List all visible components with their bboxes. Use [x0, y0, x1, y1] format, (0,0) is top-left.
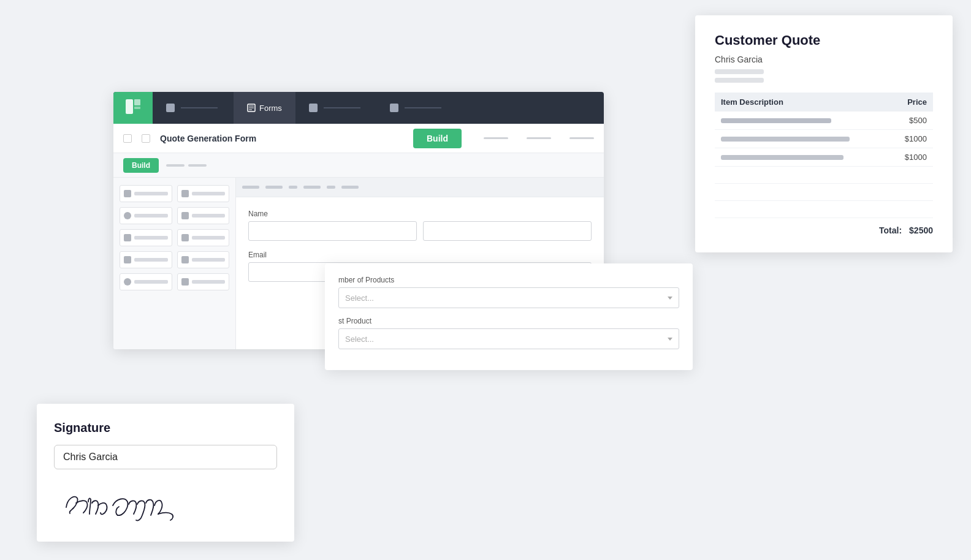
quote-row-2-desc — [715, 130, 890, 148]
pill-dot-2 — [188, 164, 207, 167]
quote-row-6-desc — [715, 201, 890, 218]
field-item-5[interactable] — [120, 229, 172, 246]
quote-row-1: $500 — [715, 112, 933, 130]
quote-customer-name: Chris Garcia — [715, 55, 933, 64]
num-products-select-arrow — [668, 297, 672, 300]
quote-row-4-desc — [715, 167, 890, 184]
quote-row-3: $1000 — [715, 148, 933, 167]
field-row-4 — [120, 251, 229, 268]
build-button-sm[interactable]: Build — [123, 158, 159, 173]
field-icon-5 — [124, 234, 131, 241]
field-item-10[interactable] — [177, 273, 230, 290]
quote-row-5 — [715, 184, 933, 201]
num-products-select-value: Select... — [345, 293, 374, 303]
svg-rect-0 — [126, 99, 133, 114]
field-icon-4 — [181, 212, 189, 219]
field-row-1 — [120, 185, 229, 202]
quote-row-3-desc — [715, 148, 890, 167]
tab-dot-2 — [265, 186, 283, 189]
step4-icon — [390, 104, 398, 112]
toolbar-dot-3 — [569, 137, 594, 139]
toolbar-dot-2 — [527, 137, 551, 139]
field-icon-7 — [124, 256, 131, 263]
first-product-select-value: Select... — [345, 335, 374, 344]
field-bar-8 — [192, 258, 226, 262]
nav-logo[interactable] — [113, 92, 153, 124]
nav-item-step3[interactable] — [295, 92, 376, 124]
first-product-select[interactable]: Select... — [338, 328, 679, 349]
form-title: Quote Generation Form — [160, 134, 403, 143]
signature-panel: Signature — [37, 404, 294, 542]
signature-canvas — [54, 480, 277, 529]
num-products-select[interactable]: Select... — [338, 287, 679, 308]
form-overlay-panel: mber of Products Select... st Product Se… — [325, 263, 693, 370]
toolbar-dot-1 — [484, 137, 508, 139]
signature-name-input[interactable] — [54, 445, 277, 469]
quote-row-5-desc — [715, 184, 890, 201]
tab-dot-3 — [289, 186, 297, 189]
nav-item-step1[interactable] — [153, 92, 234, 124]
quote-row-3-price: $1000 — [890, 148, 933, 167]
col-price-header: Price — [890, 93, 933, 112]
field-item-6[interactable] — [177, 229, 230, 246]
name-last-input[interactable] — [423, 221, 592, 241]
quote-total-value: $2500 — [909, 225, 933, 235]
num-products-label: mber of Products — [338, 276, 679, 284]
quote-table-header: Item Description Price — [715, 93, 933, 112]
field-icon-1 — [124, 190, 131, 197]
quote-placeholder-bars — [715, 69, 933, 83]
num-products-section: mber of Products Select... — [338, 276, 679, 308]
field-icon-2 — [181, 190, 189, 197]
placeholder-bar-2 — [715, 78, 764, 83]
name-first-input[interactable] — [248, 221, 417, 241]
quote-table: Item Description Price $500 $1000 $1000 — [715, 93, 933, 218]
quote-row-6 — [715, 201, 933, 218]
field-item-3[interactable] — [120, 207, 172, 224]
nav-item-forms[interactable]: Forms — [234, 92, 295, 124]
quote-row-2-price: $1000 — [890, 130, 933, 148]
build-button-main[interactable]: Build — [413, 129, 462, 148]
field-item-8[interactable] — [177, 251, 230, 268]
toolbar-checkbox2[interactable] — [142, 134, 150, 143]
quote-row-1-desc — [715, 112, 890, 130]
field-bar-9 — [134, 280, 168, 284]
field-icon-10 — [181, 278, 189, 286]
quote-total-label: Total: — [879, 225, 902, 235]
first-product-section: st Product Select... — [338, 317, 679, 349]
field-item-4[interactable] — [177, 207, 230, 224]
name-inputs — [248, 221, 592, 241]
pill-dots — [166, 164, 207, 167]
field-icon-9 — [124, 278, 131, 286]
sub-toolbar: Quote Generation Form Build — [113, 124, 604, 153]
field-item-7[interactable] — [120, 251, 172, 268]
field-bar-3 — [134, 214, 168, 218]
step1-divider — [181, 107, 218, 108]
field-item-1[interactable] — [120, 185, 172, 202]
quote-row-4-price — [890, 167, 933, 184]
field-bar-5 — [134, 236, 168, 240]
field-bar-1 — [134, 192, 168, 195]
build-pill-bar: Build — [113, 153, 604, 178]
toolbar-dots — [484, 137, 594, 139]
field-icon-6 — [181, 234, 189, 241]
nav-item-step4[interactable] — [376, 92, 457, 124]
field-item-9[interactable] — [120, 273, 172, 290]
quote-row-5-price — [890, 184, 933, 201]
name-field-group: Name — [248, 210, 592, 241]
tab-strip — [236, 178, 604, 197]
quote-panel: Customer Quote Chris Garcia Item Descrip… — [695, 15, 953, 252]
field-bar-7 — [134, 258, 168, 262]
tab-dot-5 — [327, 186, 335, 189]
field-row-2 — [120, 207, 229, 224]
svg-rect-1 — [134, 99, 140, 105]
quote-row-2: $1000 — [715, 130, 933, 148]
forms-tab-label: Forms — [259, 104, 282, 113]
pill-dot-1 — [166, 164, 185, 167]
toolbar-checkbox[interactable] — [123, 134, 132, 143]
signature-title: Signature — [54, 421, 277, 435]
placeholder-bar-1 — [715, 69, 764, 74]
field-item-2[interactable] — [177, 185, 230, 202]
quote-row-6-price — [890, 201, 933, 218]
tab-dot-6 — [341, 186, 359, 189]
svg-rect-2 — [134, 107, 140, 109]
